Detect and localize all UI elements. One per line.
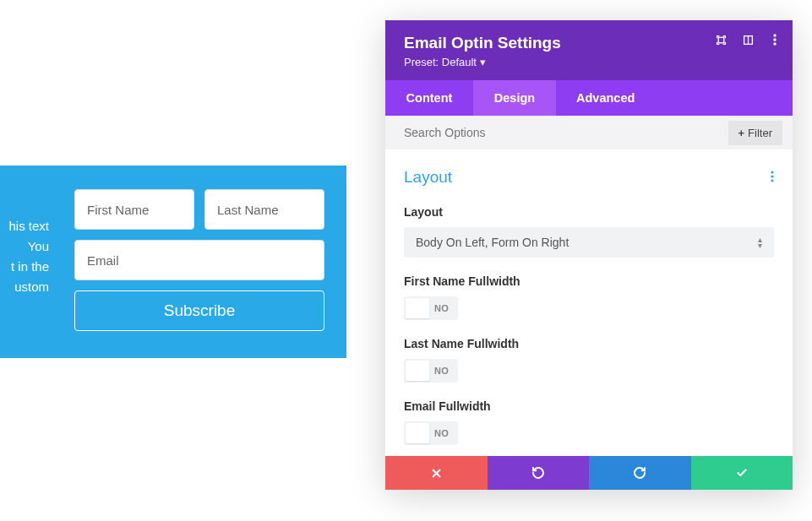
plus-icon: + [738,127,745,139]
header-icons [715,34,781,46]
modal-tabs: Content Design Advanced [385,80,793,116]
svg-point-5 [773,42,776,45]
filter-label: Filter [748,127,772,139]
svg-point-4 [773,38,776,41]
toggle-label: NO [434,366,449,376]
preset-label: Preset: Default [404,56,477,68]
settings-modal: Email Optin Settings Preset: Default ▾ C… [385,20,793,490]
fname-label: First Name Fullwidth [404,274,774,288]
svg-point-3 [773,34,776,36]
field-last-name-fullwidth: Last Name Fullwidth NO [404,337,774,383]
svg-point-7 [771,175,773,177]
more-icon[interactable] [769,34,781,46]
cancel-button[interactable] [385,456,488,490]
undo-button[interactable] [488,456,590,490]
preview-form: Subscribe [74,189,324,331]
field-first-name-fullwidth: First Name Fullwidth NO [404,274,774,320]
search-row: + Filter [385,116,793,149]
layout-label: Layout [404,205,774,219]
preview-body-text: his text You t in the ustom [0,216,49,297]
email-label: Email Fullwidth [404,399,774,413]
tab-advanced[interactable]: Advanced [556,80,655,116]
lname-toggle[interactable]: NO [404,359,458,383]
body-text-line: ustom [0,277,49,297]
modal-header[interactable]: Email Optin Settings Preset: Default ▾ [385,20,793,80]
email-input[interactable] [74,240,324,280]
field-layout: Layout Body On Left, Form On Right ▴▾ [404,205,774,258]
svg-rect-0 [718,37,724,43]
toggle-label: NO [434,428,449,438]
svg-point-6 [771,171,773,173]
layout-select-value: Body On Left, Form On Right [416,236,569,249]
redo-button[interactable] [589,456,691,490]
subscribe-button[interactable]: Subscribe [74,290,324,331]
toggle-knob [406,298,429,318]
save-button[interactable] [691,456,793,490]
svg-point-8 [771,179,773,182]
fname-toggle[interactable]: NO [404,296,458,320]
body-text-line: his text [0,216,49,236]
tab-content[interactable]: Content [385,80,473,116]
section-menu-icon[interactable] [771,169,774,187]
layout-select[interactable]: Body On Left, Form On Right ▴▾ [404,227,774,258]
modal-footer [385,456,793,490]
preset-dropdown[interactable]: Preset: Default ▾ [404,56,774,68]
toggle-knob [406,361,429,381]
select-caret-icon: ▴▾ [758,237,762,248]
email-optin-preview: his text You t in the ustom Subscribe [0,166,346,358]
chevron-down-icon: ▾ [480,56,486,68]
snap-icon[interactable] [742,34,754,46]
section-title-layout[interactable]: Layout [404,168,452,187]
filter-button[interactable]: + Filter [728,121,782,145]
field-email-fullwidth: Email Fullwidth NO [404,399,774,445]
first-name-input[interactable] [74,189,194,230]
lname-label: Last Name Fullwidth [404,337,774,350]
email-toggle[interactable]: NO [404,421,458,445]
search-input[interactable] [404,126,728,139]
toggle-label: NO [434,303,449,313]
toggle-knob [406,423,429,443]
last-name-input[interactable] [204,189,324,230]
body-text-line: t in the [0,257,49,277]
expand-icon[interactable] [715,34,727,46]
tab-design[interactable]: Design [473,80,556,116]
panel-body: Layout Layout Body On Left, Form On Righ… [385,149,793,456]
body-text-line: You [0,236,49,257]
